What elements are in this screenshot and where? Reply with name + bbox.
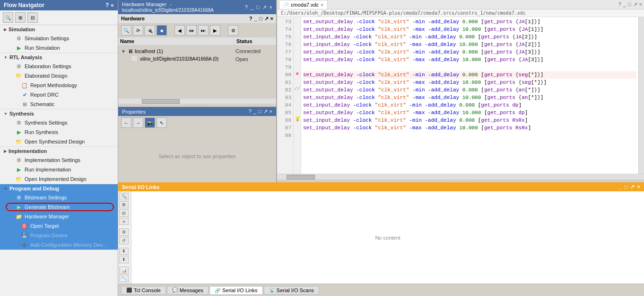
- synthesis-settings-item[interactable]: ⚙ Synthesis Settings: [0, 118, 118, 127]
- editor-min-icon[interactable]: _: [623, 1, 626, 8]
- hwmgr-max-icon[interactable]: □: [256, 4, 260, 10]
- hw-scrollbar-thumb[interactable]: [142, 99, 180, 104]
- hw-max-icon[interactable]: □: [259, 16, 262, 22]
- prop-cursor-btn[interactable]: ↖: [157, 117, 167, 128]
- program-device-item[interactable]: 💾 Program Device: [0, 231, 118, 240]
- hw-scrollbar-h[interactable]: [118, 98, 276, 104]
- serial-btn-3[interactable]: ⊟: [119, 209, 129, 217]
- flow-navigator-header-icons[interactable]: ? «: [105, 2, 114, 9]
- serial-btn-6[interactable]: ↺: [119, 237, 129, 244]
- serial-close-icon[interactable]: ×: [637, 184, 640, 190]
- hw-toolbar-refresh[interactable]: ⟳: [133, 25, 143, 36]
- serial-btn-1[interactable]: 🔍: [119, 193, 129, 200]
- hw-toolbar-program[interactable]: ■: [157, 25, 167, 36]
- collapse-icon[interactable]: «: [111, 2, 114, 9]
- add-config-mem-item[interactable]: ➕ Add Configuration Memory Dev...: [0, 240, 118, 250]
- hw-tree: ▼ 🖥 localhost (1) Connected ⬜ xilinx_tcf…: [118, 45, 276, 98]
- prop-min-icon[interactable]: _: [253, 108, 256, 115]
- serial-btn-9[interactable]: 📊: [119, 267, 129, 274]
- hw-toolbar-prev[interactable]: ◀: [174, 25, 185, 36]
- hw-help-icon[interactable]: ?: [249, 16, 252, 22]
- prop-view-btn[interactable]: 📷: [145, 117, 155, 128]
- prop-back-btn[interactable]: ←: [121, 117, 131, 128]
- hw-pop-icon[interactable]: ↗: [264, 16, 269, 22]
- code-tab-close-btn[interactable]: ×: [321, 2, 323, 8]
- editor-max-icon[interactable]: □: [628, 1, 631, 8]
- code-scrollbar-thumb-h[interactable]: [287, 175, 315, 179]
- code-scrollbar-v[interactable]: [638, 17, 644, 174]
- editor-pop-icon[interactable]: ↗: [633, 1, 637, 8]
- tab-messages[interactable]: 💬 Messages: [167, 286, 209, 295]
- tab-serial-io-scans[interactable]: 📡 Serial I/O Scans: [264, 286, 319, 295]
- code-body[interactable]: 73 74 75 76 77 78 79 80 81 82 83 84 85 8…: [277, 17, 644, 174]
- hw-toolbar-connect[interactable]: 🔌: [145, 25, 155, 36]
- hw-toolbar-settings[interactable]: ⚙: [228, 25, 238, 36]
- synthesis-header[interactable]: ▼ Synthesis: [0, 109, 118, 118]
- hw-tree-row-0[interactable]: ▼ 🖥 localhost (1) Connected: [120, 47, 274, 55]
- open-synthesized-design-item[interactable]: 📁 Open Synthesized Design: [0, 137, 118, 146]
- report-drc-item[interactable]: ✔ Report DRC: [0, 90, 118, 99]
- generate-bitstream-item[interactable]: ▶ Generate Bitstream: [0, 202, 118, 212]
- properties-header-icons[interactable]: ? _ □ ↗ ×: [249, 108, 272, 115]
- serial-io-header-icons[interactable]: _ □ ↗ ×: [618, 184, 640, 190]
- editor-close-icon[interactable]: ×: [639, 1, 642, 8]
- code-tab-actions[interactable]: ? _ □ ↗ ×: [618, 1, 642, 8]
- hw-manager-header-icons[interactable]: ? _ □ ↗ ×: [245, 4, 272, 10]
- prop-close-icon[interactable]: ×: [270, 108, 272, 115]
- serial-btn-10[interactable]: 📉: [119, 275, 129, 282]
- rtl-analysis-header[interactable]: ▼ RTL Analysis: [0, 53, 118, 62]
- elaboration-settings-item[interactable]: ⚙ Elaboration Settings: [0, 62, 118, 71]
- serial-btn-8[interactable]: ⬆: [119, 256, 129, 263]
- nav-toolbar-btn-2[interactable]: ⊞: [15, 12, 26, 23]
- hw-manager-nav-item[interactable]: 📁 Hardware Manager: [0, 212, 118, 221]
- hw-toolbar-next[interactable]: ⏭: [198, 25, 209, 36]
- run-impl-item[interactable]: ▶ Run Implementation: [0, 165, 118, 174]
- schematic-item[interactable]: ⊞ Schematic: [0, 99, 118, 109]
- impl-settings-item[interactable]: ⚙ Implementation Settings: [0, 155, 118, 165]
- run-simulation-item[interactable]: ▶ Run Simulation: [0, 43, 118, 53]
- hw-expand-icon-0: ▼: [121, 49, 126, 54]
- serial-btn-7[interactable]: ⬇: [119, 248, 129, 255]
- hwmgr-min-icon[interactable]: _: [251, 4, 253, 10]
- schematic-label: Schematic: [30, 101, 54, 107]
- serial-max-icon[interactable]: □: [624, 184, 627, 190]
- nav-toolbar-btn-1[interactable]: 🔍: [3, 12, 13, 23]
- code-lines[interactable]: set_output_delay -clock "clk_virt" -min …: [301, 17, 638, 174]
- hwmgr-pop-icon[interactable]: ↗: [262, 4, 267, 10]
- hw-tree-row-1[interactable]: ⬜ xilinx_tcf/Digilent/210328A41668A (0) …: [120, 55, 274, 63]
- run-synthesis-item[interactable]: ▶ Run Synthesis: [0, 127, 118, 137]
- report-methodology-item[interactable]: 📋 Report Methodology: [0, 81, 118, 90]
- editor-help-icon[interactable]: ?: [618, 1, 621, 8]
- program-device-label: Program Device: [30, 233, 68, 238]
- bitstream-settings-item[interactable]: ⚙ Bitstream Settings: [0, 193, 118, 202]
- nav-toolbar-btn-3[interactable]: ⊟: [27, 12, 38, 23]
- program-debug-header[interactable]: ▼ Program and Debug: [0, 184, 118, 193]
- hwmgr-close-icon[interactable]: ×: [270, 4, 272, 10]
- simulation-header[interactable]: ▶ Simulation: [0, 25, 118, 34]
- prop-max-icon[interactable]: □: [258, 108, 261, 115]
- implementation-header[interactable]: ▶ Implementation: [0, 147, 118, 155]
- hw-toolbar-search[interactable]: 🔍: [121, 25, 131, 36]
- open-impl-design-item[interactable]: 📁 Open Implemented Design: [0, 174, 118, 184]
- tab-tcl-console[interactable]: ⬛ Tcl Console: [121, 286, 166, 295]
- help-icon[interactable]: ?: [105, 2, 109, 9]
- prop-fwd-btn[interactable]: →: [133, 117, 143, 128]
- open-target-item[interactable]: 🎯 Open Target: [0, 221, 118, 231]
- elaborated-design-item[interactable]: 📁 Elaborated Design: [0, 71, 118, 81]
- serial-btn-4[interactable]: ≡: [119, 218, 129, 225]
- hw-toolbar-next2[interactable]: ▶: [210, 25, 220, 36]
- simulation-settings-item[interactable]: ⚙ Simulation Settings: [0, 34, 118, 43]
- hw-close-icon[interactable]: ×: [270, 16, 273, 22]
- hw-toolbar-prev2[interactable]: ⏮: [186, 25, 197, 36]
- tab-serial-io-links[interactable]: 🔗 Serial I/O Links: [209, 286, 263, 294]
- serial-min-icon[interactable]: _: [618, 184, 621, 190]
- prop-pop-icon[interactable]: ↗: [263, 108, 268, 115]
- hardware-icons[interactable]: ? _ □ ↗ ×: [249, 16, 273, 22]
- hw-min-icon[interactable]: _: [254, 16, 257, 22]
- prop-help-icon[interactable]: ?: [249, 108, 252, 115]
- serial-pop-icon[interactable]: ↗: [630, 184, 635, 190]
- code-tab-xdc[interactable]: 📄 cmoda7.xdc ×: [279, 0, 328, 9]
- serial-btn-5[interactable]: ⚙: [119, 228, 129, 236]
- hwmgr-help-icon[interactable]: ?: [245, 4, 248, 10]
- serial-btn-2[interactable]: ⊞: [119, 201, 129, 209]
